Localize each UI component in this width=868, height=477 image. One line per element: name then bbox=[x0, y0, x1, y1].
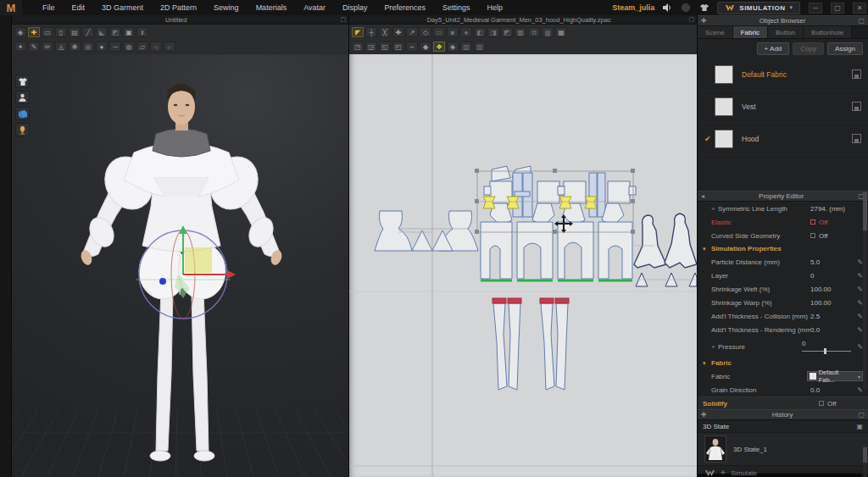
checkbox-icon[interactable] bbox=[819, 401, 824, 406]
viewport-3d-titlebar[interactable]: Untitled ▢ bbox=[12, 15, 348, 25]
save-fabric-icon[interactable] bbox=[852, 134, 861, 143]
save-fabric-icon[interactable] bbox=[852, 69, 861, 79]
maximize-button[interactable]: ▢ bbox=[831, 3, 844, 14]
trace-tool-icon[interactable]: ⧉ bbox=[528, 27, 540, 37]
collapse-icon[interactable]: ◂ bbox=[701, 192, 704, 200]
fabric-swatch[interactable] bbox=[715, 130, 733, 148]
menu-2d-pattern[interactable]: 2D Pattern bbox=[152, 0, 205, 15]
prop-curved-side-geometry[interactable]: Curved Side Geometry Off bbox=[698, 229, 868, 242]
lasso-select-tool-icon[interactable]: ▯ bbox=[55, 27, 67, 37]
pause-sync-icon[interactable]: ‖ bbox=[136, 27, 148, 37]
undock-icon[interactable]: ▢ bbox=[340, 16, 346, 23]
menu-settings[interactable]: Settings bbox=[434, 0, 479, 15]
viewport-3d[interactable] bbox=[12, 54, 348, 477]
tab-scene[interactable]: Scene bbox=[698, 26, 733, 38]
add-point-tool-icon[interactable]: ✚ bbox=[392, 27, 404, 37]
prop-layer[interactable]: Layer 0 ✎ bbox=[698, 269, 868, 282]
edit-pencil-icon[interactable]: ✎ bbox=[854, 299, 863, 307]
tack-tool-icon[interactable]: ◬ bbox=[55, 42, 67, 52]
prop-grain-direction[interactable]: Grain Direction 0.0 ✎ bbox=[698, 383, 868, 397]
collapse-icon[interactable]: ✚ bbox=[701, 411, 707, 419]
assign-fabric-button[interactable]: Assign bbox=[827, 42, 863, 55]
avatar-show-tool-icon[interactable]: ✦ bbox=[14, 42, 26, 52]
show-grainline-toggle-icon[interactable]: ❖ bbox=[433, 42, 445, 52]
undock-icon[interactable]: ▢ bbox=[858, 17, 865, 25]
circle-tool-icon[interactable]: ● bbox=[460, 27, 472, 37]
state-list-icon[interactable]: ▣ bbox=[856, 423, 863, 430]
property-editor-scrollbar[interactable] bbox=[863, 190, 867, 390]
gizmo-tool-icon[interactable]: ◈ bbox=[14, 27, 26, 37]
menu-display[interactable]: Display bbox=[334, 0, 376, 15]
prop-shrinkage-warp[interactable]: Shrinkage Warp (%) 100.00 ✎ bbox=[698, 296, 868, 309]
pattern-2d-canvas[interactable] bbox=[349, 54, 697, 477]
wind-tool-icon[interactable]: ❋ bbox=[69, 42, 81, 52]
prop-fabric[interactable]: Fabric Default Fab... ▾ bbox=[698, 369, 868, 383]
plane-tool-icon[interactable]: ▱ bbox=[136, 42, 148, 52]
menu-help[interactable]: Help bbox=[479, 0, 512, 15]
grading-tool-icon[interactable]: ▦ bbox=[555, 27, 567, 37]
measure-tool-icon[interactable]: ◍ bbox=[123, 42, 135, 52]
menu-preferences[interactable]: Preferences bbox=[376, 0, 435, 15]
dart-tool-icon[interactable]: ◧ bbox=[474, 27, 486, 37]
show-head-icon[interactable] bbox=[15, 123, 30, 136]
internal-polygon-tool-icon[interactable]: ◨ bbox=[487, 27, 499, 37]
edit-pencil-icon[interactable]: ✎ bbox=[854, 286, 863, 293]
prop-thickness-collision[interactable]: Add'l Thickness - Collision (mm) 2.5 ✎ bbox=[698, 309, 868, 323]
pressure-slider[interactable] bbox=[802, 347, 851, 354]
pen-tool-icon[interactable]: ╱ bbox=[82, 27, 94, 37]
checkbox-icon[interactable] bbox=[810, 233, 815, 238]
minimize-button[interactable]: ─ bbox=[809, 3, 822, 14]
arrow-right-icon[interactable]: ▹ bbox=[164, 42, 175, 52]
add-fabric-button[interactable]: + Add bbox=[757, 42, 790, 55]
brush-tool-icon[interactable]: ✏ bbox=[42, 42, 53, 52]
edit-pencil-icon[interactable]: ✎ bbox=[854, 313, 863, 320]
annotation-tool-icon[interactable]: ▨ bbox=[474, 42, 486, 52]
object-browser-header[interactable]: ✚ Object Browser ▢ bbox=[698, 15, 868, 26]
garment-mode-icon[interactable] bbox=[698, 3, 710, 13]
prop-pressure[interactable]: + Pressure 0 ✎ bbox=[698, 336, 868, 357]
prop-shrinkage-weft[interactable]: Shrinkage Weft (%) 100.00 ✎ bbox=[698, 282, 868, 296]
section-fabric[interactable]: ▾ Fabric bbox=[698, 357, 868, 369]
show-garment-icon[interactable] bbox=[15, 75, 30, 88]
sphere-tool-icon[interactable]: ◎ bbox=[82, 42, 94, 52]
collapse-icon[interactable]: ✚ bbox=[701, 17, 707, 25]
library-collapsed-strip[interactable] bbox=[0, 15, 12, 477]
menu-avatar[interactable]: Avatar bbox=[295, 0, 334, 15]
edit-pencil-icon[interactable]: ✎ bbox=[854, 386, 863, 394]
arrow-left-icon[interactable]: ◃ bbox=[150, 42, 162, 52]
tab-buttonhole[interactable]: Buttonhole bbox=[804, 26, 852, 38]
pattern-2d-titlebar[interactable]: Day5_Unit2_Medieval Garment_Men_03_hood_… bbox=[349, 15, 697, 25]
edit-pattern-tool-icon[interactable]: ┼ bbox=[365, 27, 377, 37]
menu-edit[interactable]: Edit bbox=[64, 0, 94, 15]
menu-sewing[interactable]: Sewing bbox=[205, 0, 248, 15]
edit-pencil-icon[interactable]: ✎ bbox=[854, 258, 863, 266]
simulation-button[interactable]: SIMULATION ▾ bbox=[717, 2, 800, 14]
fabric-row-vest[interactable]: Vest bbox=[698, 91, 868, 123]
scrollbar-thumb[interactable] bbox=[863, 191, 867, 230]
mn-free-sew-tool-icon[interactable]: ◰ bbox=[392, 42, 404, 52]
fabric-dropdown[interactable]: Default Fab... ▾ bbox=[807, 371, 863, 381]
prop-thickness-rendering[interactable]: Add'l Thickness - Rendering (mm 0.0 ✎ bbox=[698, 323, 868, 336]
edit-point-tool-icon[interactable]: ╳ bbox=[379, 27, 391, 37]
sync-status-icon[interactable] bbox=[680, 3, 692, 13]
fabric-row-hood[interactable]: ✔ Hood bbox=[698, 123, 868, 155]
collar-pattern[interactable] bbox=[359, 54, 478, 251]
hood-patterns[interactable] bbox=[634, 214, 697, 286]
layer-clone-tool-icon[interactable]: ▣ bbox=[123, 27, 135, 37]
menu-file[interactable]: File bbox=[34, 0, 64, 15]
undock-icon[interactable]: ▢ bbox=[688, 16, 694, 23]
edit-pencil-icon[interactable]: ✎ bbox=[854, 326, 863, 334]
edit-pencil-icon[interactable]: ✎ bbox=[854, 272, 863, 280]
dot-tool-icon[interactable]: ● bbox=[96, 42, 108, 52]
close-button[interactable]: ✕ bbox=[853, 3, 866, 14]
property-editor-header[interactable]: ◂ Property Editor ▢ bbox=[698, 191, 868, 202]
section-solidify[interactable]: Solidify Off bbox=[698, 397, 868, 409]
pattern-pieces[interactable] bbox=[359, 54, 697, 390]
mn-segment-sew-tool-icon[interactable]: ◱ bbox=[379, 42, 391, 52]
baseline-tool-icon[interactable]: ▧ bbox=[460, 42, 472, 52]
edit-sewing-tool-icon[interactable]: ⌐ bbox=[406, 42, 418, 52]
pin-tool-icon[interactable]: ✎ bbox=[28, 42, 40, 52]
prop-particle-distance[interactable]: Particle Distance (mm) 5.0 ✎ bbox=[698, 255, 868, 269]
curve-point-tool-icon[interactable]: ◇ bbox=[420, 27, 431, 37]
internal-circle-tool-icon[interactable]: ▩ bbox=[515, 27, 526, 37]
